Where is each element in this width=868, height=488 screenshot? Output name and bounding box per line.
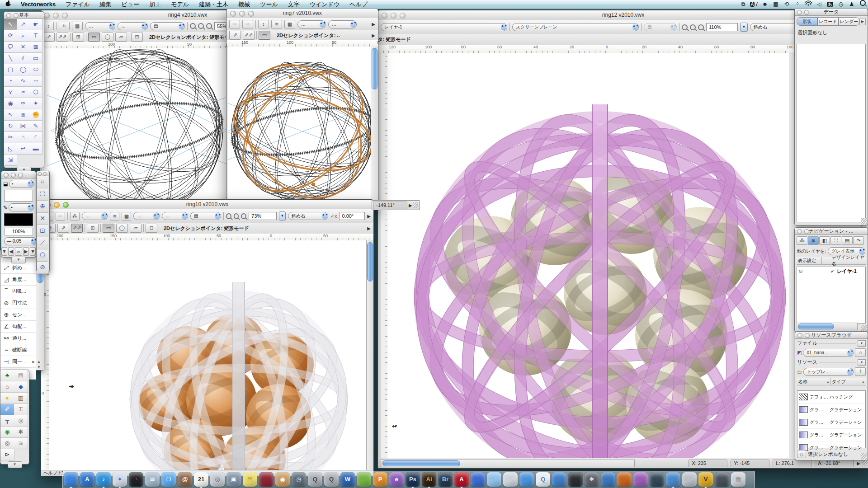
- snap-object[interactable]: ⛶: [37, 188, 48, 201]
- dock-icon-quark-2[interactable]: Q: [324, 472, 339, 487]
- mode-multi-select[interactable]: ⇗⇗: [57, 33, 68, 42]
- time-machine-icon[interactable]: ⟲: [781, 0, 792, 9]
- view-dropdown[interactable]: 斜め右▲▼: [750, 23, 801, 31]
- dim-tool-row[interactable]: ◿角度...: [0, 274, 36, 286]
- mode-single-select[interactable]: ⇗: [57, 224, 69, 233]
- resource-row[interactable]: グラ…グラデーション: [797, 429, 865, 441]
- close-button[interactable]: [230, 11, 236, 17]
- dock-icon-app-blue-2[interactable]: [519, 472, 534, 487]
- nav-classes-icon[interactable]: ⁂: [797, 236, 807, 245]
- dim-tool-row[interactable]: ⚯通り...: [0, 333, 36, 344]
- attr-menu-right-icon[interactable]: ▼: [30, 247, 36, 256]
- resource-folder-dropdown[interactable]: トップレ…▲▼: [803, 368, 854, 376]
- class-dropdown[interactable]: …▲▼: [85, 22, 115, 30]
- window-title-ring10[interactable]: ring10 v2010.vwx: [41, 200, 373, 210]
- coord-a-field[interactable]: A: -31.68°: [815, 460, 854, 467]
- menu-item-3[interactable]: ビュー: [117, 0, 145, 9]
- dock-icon-system-preferences[interactable]: ✱: [585, 472, 599, 487]
- tool-polygon[interactable]: ⬡: [29, 87, 42, 98]
- floating-data-bar[interactable]: -149.11° ▶: [372, 200, 420, 210]
- menu-item-2[interactable]: 編集: [95, 0, 117, 9]
- menu-item-7[interactable]: 機械: [233, 0, 255, 9]
- snap-distance[interactable]: ⟋: [37, 237, 48, 249]
- mode-lasso[interactable]: ◯: [116, 224, 128, 233]
- dock-icon-image-capture[interactable]: ◉: [275, 472, 290, 487]
- dim-tool-row[interactable]: ⤢斜め...: [0, 262, 36, 274]
- dock-icon-word[interactable]: W: [340, 472, 355, 487]
- zoom-button[interactable]: [62, 13, 68, 19]
- dock-icon-vectorworks[interactable]: V: [698, 472, 713, 487]
- nav-reference-icon[interactable]: ↷: [853, 236, 864, 245]
- dock-icon-app-dark-2[interactable]: [650, 472, 664, 487]
- horizontal-scrollbar[interactable]: [797, 323, 858, 330]
- tool-fillet[interactable]: ◜: [29, 132, 42, 143]
- resize-grip[interactable]: [861, 325, 867, 331]
- tool-double-line[interactable]: ⫽: [17, 53, 30, 64]
- tool-trim[interactable]: ✂: [4, 132, 17, 143]
- files-menu-icon[interactable]: ▼: [858, 340, 866, 347]
- palette-collapse-tab[interactable]: ▼: [11, 257, 26, 263]
- menu-item-6[interactable]: 建築・土木: [194, 0, 233, 9]
- window-title-ring7[interactable]: ring7 v2010.vwx: [226, 9, 378, 19]
- view-saved-dropdown[interactable]: …▲▼: [162, 212, 188, 220]
- dock-icon-quark-1[interactable]: Q: [308, 472, 322, 487]
- tool-chamfer[interactable]: ◺: [4, 143, 17, 155]
- toolset-dims-notes[interactable]: ✐: [0, 404, 14, 415]
- mode-poly-marquee[interactable]: ▱: [115, 33, 127, 42]
- dock-icon-photoshop[interactable]: Ps: [406, 472, 420, 487]
- drawing-canvas-ring7[interactable]: [228, 47, 371, 210]
- dock-icon-app-dark-1[interactable]: [568, 472, 583, 487]
- modebar-overflow-icon[interactable]: ▶: [372, 33, 375, 38]
- menu-item-1[interactable]: ファイル: [61, 0, 94, 9]
- mode-single-select[interactable]: ⇗: [43, 33, 55, 42]
- coord-x-field[interactable]: X: 235: [689, 460, 727, 467]
- dock-icon-trash[interactable]: ▦: [731, 472, 745, 487]
- close-button[interactable]: [44, 13, 50, 19]
- tool-mirror[interactable]: ⋈: [17, 121, 30, 132]
- tool-visibility[interactable]: ↖: [4, 109, 17, 121]
- zoom-level-field[interactable]: 73%: [249, 212, 277, 220]
- mode-symbol-insert[interactable]: ⊟: [131, 33, 143, 42]
- col-resource-name[interactable]: 名称: [797, 379, 826, 385]
- vertical-scrollbar[interactable]: [366, 240, 373, 470]
- dock-icon-app-blue-4[interactable]: [601, 472, 615, 487]
- dock-icon-ichat[interactable]: ❍: [161, 472, 176, 487]
- projection-icon[interactable]: ▦: [72, 22, 83, 30]
- scroll-down-icon[interactable]: ▼: [37, 365, 41, 369]
- dock-icon-messenger[interactable]: [357, 472, 371, 487]
- tool-circle[interactable]: ◯: [17, 64, 30, 75]
- zoom-menu-button[interactable]: ▼: [740, 23, 748, 32]
- dock-icon-app-silver-1[interactable]: [503, 472, 518, 487]
- palette-title[interactable]: データ: [795, 9, 868, 16]
- menu-item-8[interactable]: ツール: [255, 0, 283, 9]
- tool-clip[interactable]: ☝: [17, 132, 30, 143]
- import-icon[interactable]: ⤴: [855, 367, 866, 376]
- tool-line[interactable]: ╲: [4, 53, 17, 64]
- dock-icon-app-orange[interactable]: [617, 472, 632, 487]
- tool-callout[interactable]: 🗩: [4, 42, 17, 53]
- evernote-icon[interactable]: ☻: [760, 0, 770, 9]
- palette-navigation[interactable]: ナビゲーション - … ⁂ ≋ ◧ ⛶ ▤ ↷ 他のレイヤを: グレイ表示▲▼ …: [794, 227, 868, 332]
- dim-tool-row[interactable]: ⌒円弧...: [0, 286, 36, 297]
- palette-title[interactable]: ナビゲーション - …: [795, 228, 868, 235]
- fill-style-dropdown[interactable]: ▪▲▼: [9, 180, 34, 188]
- mode-rect-marquee[interactable]: ▭: [103, 224, 114, 233]
- toolbar-overflow-icon[interactable]: ▶: [367, 214, 371, 219]
- resource-row[interactable]: グラ…グラデーション: [797, 404, 865, 416]
- snap-edge[interactable]: ⊡: [37, 225, 48, 237]
- zoom-menu-button[interactable]: ▼: [279, 211, 286, 221]
- menu-item-4[interactable]: 加工: [144, 0, 166, 9]
- toolset-structural[interactable]: Ɪ: [14, 404, 28, 415]
- mode-multi-select[interactable]: ⇗⇗: [243, 31, 255, 40]
- tab-record[interactable]: レコード: [817, 17, 838, 26]
- tool-flyover[interactable]: ⟳: [4, 30, 17, 42]
- desktop[interactable]: ring4 v2010.vwx ↕ ≋ ▦ …▲▼ …▲▼ ▤▲▼ 55% ⇗ …: [0, 0, 868, 488]
- visibility-eye-icon[interactable]: ⊙: [797, 268, 804, 274]
- tool-zoom[interactable]: ⌕: [17, 30, 30, 42]
- vertical-scrollbar[interactable]: [371, 47, 378, 210]
- dock-icon-app-blue-5[interactable]: [666, 472, 680, 487]
- scroll-up-icon[interactable]: ▲: [37, 360, 41, 364]
- file-dropdown[interactable]: 01_hana…▲▼: [803, 349, 854, 357]
- palette-snap[interactable]: ⌗⛶⊕✕⊡⟋⬠⊘: [36, 171, 50, 272]
- layers-icon[interactable]: ≋: [110, 212, 119, 221]
